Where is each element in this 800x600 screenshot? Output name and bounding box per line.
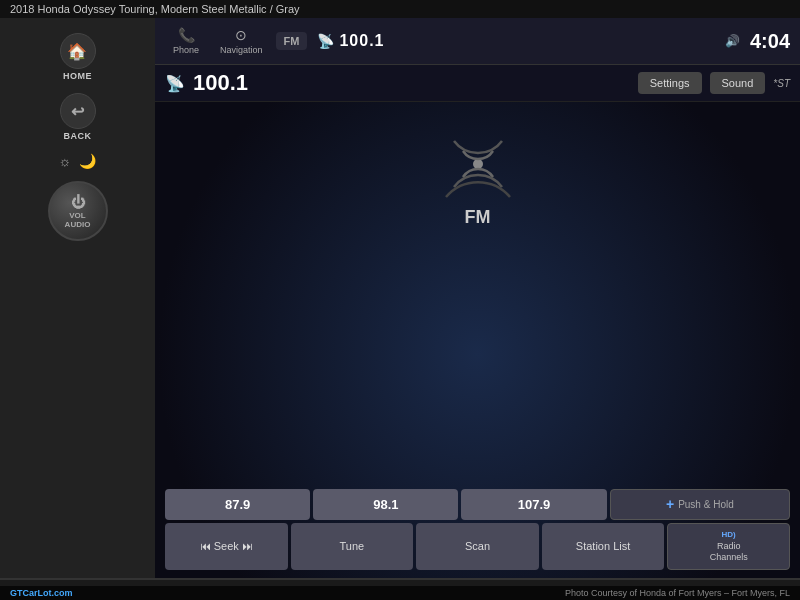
preset-row: 87.9 98.1 107.9 + Push & Hold [155, 489, 800, 523]
title-bar: 2018 Honda Odyssey Touring, Modern Steel… [0, 0, 800, 18]
power-icon: ⏻ [71, 194, 85, 210]
push-hold-plus-icon: + [666, 496, 674, 512]
fm-label: FM [465, 207, 491, 228]
seek-button[interactable]: ⏮ Seek ⏭ [165, 523, 288, 570]
fm-tab-icon: FM [284, 35, 300, 47]
sound-button[interactable]: Sound [710, 72, 766, 94]
broadcast-icon: 📡 [317, 33, 334, 49]
photo-credit: Photo Courtesy of Honda of Fort Myers – … [565, 588, 790, 598]
scan-button[interactable]: Scan [416, 523, 539, 570]
navigation-icon: ⊙ [235, 27, 247, 43]
svg-point-0 [473, 159, 483, 169]
bottom-controls: 87.9 98.1 107.9 + Push & Hold ⏮ Seek ⏭ T… [155, 489, 800, 578]
volume-knob[interactable]: ⏻ VOL AUDIO [48, 181, 108, 241]
vol-label: VOL AUDIO [65, 211, 91, 229]
back-button[interactable]: ↩ BACK [60, 93, 96, 141]
push-hold-label: Push & Hold [678, 499, 734, 510]
main-container: 🏠 HOME ↩ BACK ☼ 🌙 ⏻ VOL AUDIO 📞 Phone [0, 18, 800, 578]
screen-row2: 📡 100.1 Settings Sound *ST [155, 65, 800, 102]
tab-phone-label: Phone [173, 45, 199, 55]
tab-phone[interactable]: 📞 Phone [165, 24, 207, 58]
seek-label: Seek [214, 540, 239, 552]
current-frequency: 100.1 [193, 70, 630, 96]
st-badge: *ST [773, 78, 790, 89]
brightness-dim-icon[interactable]: ☼ [59, 153, 72, 169]
tune-button[interactable]: Tune [291, 523, 414, 570]
brightness-bright-icon[interactable]: 🌙 [79, 153, 96, 169]
phone-icon: 📞 [178, 27, 195, 43]
station-list-button[interactable]: Station List [542, 523, 665, 570]
back-icon: ↩ [60, 93, 96, 129]
brightness-controls: ☼ 🌙 [59, 153, 97, 169]
radio-waves-svg [438, 122, 518, 202]
watermark: GTCarLot.com Photo Courtesy of Honda of … [0, 586, 800, 600]
radio-icon-small: 📡 [165, 74, 185, 93]
fm-radio-icon [438, 122, 518, 202]
tab-fm[interactable]: FM [276, 32, 308, 50]
page-title: 2018 Honda Odyssey Touring, Modern Steel… [10, 3, 300, 15]
tab-navigation-label: Navigation [220, 45, 263, 55]
hd-radio-label: HD) [722, 530, 736, 539]
preset-button-1[interactable]: 87.9 [165, 489, 310, 520]
infotainment-screen: 📞 Phone ⊙ Navigation FM 📡 100.1 🔊 4:04 📡… [155, 18, 800, 578]
seek-forward-icon: ⏭ [242, 540, 253, 552]
freq-display: 📡 100.1 [317, 32, 384, 50]
tab-navigation[interactable]: ⊙ Navigation [212, 24, 271, 58]
preset-button-2[interactable]: 98.1 [313, 489, 458, 520]
seek-back-icon: ⏮ [200, 540, 211, 552]
clock-display: 4:04 [750, 30, 790, 53]
brand-watermark: GTCarLot.com [10, 588, 73, 598]
frequency-number: 100.1 [339, 32, 384, 50]
screen-topbar: 📞 Phone ⊙ Navigation FM 📡 100.1 🔊 4:04 [155, 18, 800, 65]
home-button[interactable]: 🏠 HOME [60, 33, 96, 81]
radio-channels-button[interactable]: HD) RadioChannels [667, 523, 790, 570]
settings-button[interactable]: Settings [638, 72, 702, 94]
push-hold-button[interactable]: + Push & Hold [610, 489, 790, 520]
left-panel: 🏠 HOME ↩ BACK ☼ 🌙 ⏻ VOL AUDIO [0, 18, 155, 578]
signal-icon: 🔊 [725, 34, 740, 48]
radio-channels-label: RadioChannels [710, 541, 748, 563]
action-row: ⏮ Seek ⏭ Tune Scan Station List HD) Radi… [155, 523, 800, 578]
preset-button-3[interactable]: 107.9 [461, 489, 606, 520]
fm-area: FM [155, 102, 800, 248]
home-icon: 🏠 [60, 33, 96, 69]
